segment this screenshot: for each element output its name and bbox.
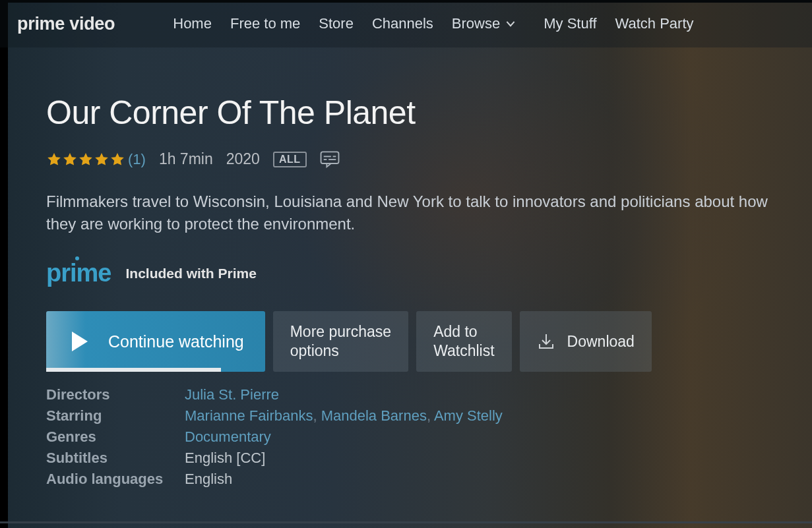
star-icon xyxy=(78,152,94,167)
list-separator: , xyxy=(313,407,321,424)
svg-rect-0 xyxy=(321,152,338,163)
value-subtitles: English [CC] xyxy=(185,450,786,467)
nav-browse-label: Browse xyxy=(452,15,500,32)
prime-included-row: prime Included with Prime xyxy=(46,259,786,287)
chevron-down-icon xyxy=(505,18,516,29)
window-left-edge xyxy=(0,0,8,528)
nav-free-to-me[interactable]: Free to me xyxy=(230,15,300,32)
value-starring: Marianne Fairbanks, Mandela Barnes, Amy … xyxy=(185,407,786,425)
star-icon xyxy=(46,152,62,167)
nav-my-stuff[interactable]: My Stuff xyxy=(544,15,596,32)
label-genres: Genres xyxy=(46,428,185,446)
synopsis: Filmmakers travel to Wisconsin, Louisian… xyxy=(46,191,785,235)
top-nav: prime video Home Free to me Store Channe… xyxy=(0,0,812,47)
director-link[interactable]: Julia St. Pierre xyxy=(185,386,279,403)
prime-video-logo[interactable]: prime video xyxy=(17,14,121,34)
value-directors: Julia St. Pierre xyxy=(185,386,786,403)
label-audio: Audio languages xyxy=(46,471,185,488)
value-audio: English xyxy=(185,471,786,488)
more-purchase-options-button[interactable]: More purchase options xyxy=(273,311,408,372)
nav-browse[interactable]: Browse xyxy=(452,15,516,32)
value-genres: Documentary xyxy=(185,428,786,446)
details-grid: Directors Julia St. Pierre Starring Mari… xyxy=(46,386,786,488)
content-rating-badge: ALL xyxy=(273,152,307,167)
star-icon xyxy=(109,152,125,167)
star-icon xyxy=(62,152,78,167)
logo-text: prime video xyxy=(17,14,115,34)
cast-link[interactable]: Marianne Fairbanks xyxy=(185,407,313,424)
watchlist-line1: Add to xyxy=(433,322,494,341)
rating-count[interactable]: (1) xyxy=(128,151,146,168)
cast-link[interactable]: Amy Stelly xyxy=(434,407,503,424)
download-button[interactable]: Download xyxy=(520,311,652,372)
download-icon xyxy=(537,332,555,351)
prime-logo: prime xyxy=(46,259,111,287)
runtime: 1h 7min xyxy=(159,150,213,168)
continue-watching-label: Continue watching xyxy=(108,332,244,351)
watchlist-line2: Watchlist xyxy=(433,341,494,361)
subtitles-icon xyxy=(320,151,340,168)
release-year: 2020 xyxy=(226,150,260,168)
nav-store[interactable]: Store xyxy=(319,15,354,32)
star-icon xyxy=(94,152,109,167)
page-title: Our Corner Of The Planet xyxy=(46,94,786,132)
list-separator: , xyxy=(427,407,434,424)
nav-home[interactable]: Home xyxy=(173,15,212,32)
meta-row: (1) 1h 7min 2020 ALL xyxy=(46,150,786,168)
action-buttons: Continue watching More purchase options … xyxy=(46,311,786,372)
nav-watch-party[interactable]: Watch Party xyxy=(615,15,694,32)
play-icon xyxy=(70,330,90,353)
title-detail-panel: Our Corner Of The Planet (1) 1h 7min 202… xyxy=(46,94,786,488)
label-starring: Starring xyxy=(46,407,185,425)
genre-link[interactable]: Documentary xyxy=(185,428,271,445)
included-with-prime-text: Included with Prime xyxy=(125,266,256,281)
continue-watching-button[interactable]: Continue watching xyxy=(46,311,265,372)
more-purchase-line2: options xyxy=(290,341,391,361)
star-rating[interactable]: (1) xyxy=(46,151,146,168)
download-label: Download xyxy=(567,333,635,351)
add-to-watchlist-button[interactable]: Add to Watchlist xyxy=(416,311,511,372)
cast-link[interactable]: Mandela Barnes xyxy=(321,407,427,424)
prime-wordmark: prime xyxy=(46,259,111,287)
bottom-divider xyxy=(0,521,812,523)
more-purchase-line1: More purchase xyxy=(290,322,391,341)
nav-channels[interactable]: Channels xyxy=(372,15,433,32)
primary-nav: Home Free to me Store Channels Browse My… xyxy=(173,15,693,32)
label-subtitles: Subtitles xyxy=(46,450,185,467)
play-progress-bar xyxy=(46,368,221,372)
label-directors: Directors xyxy=(46,386,185,403)
